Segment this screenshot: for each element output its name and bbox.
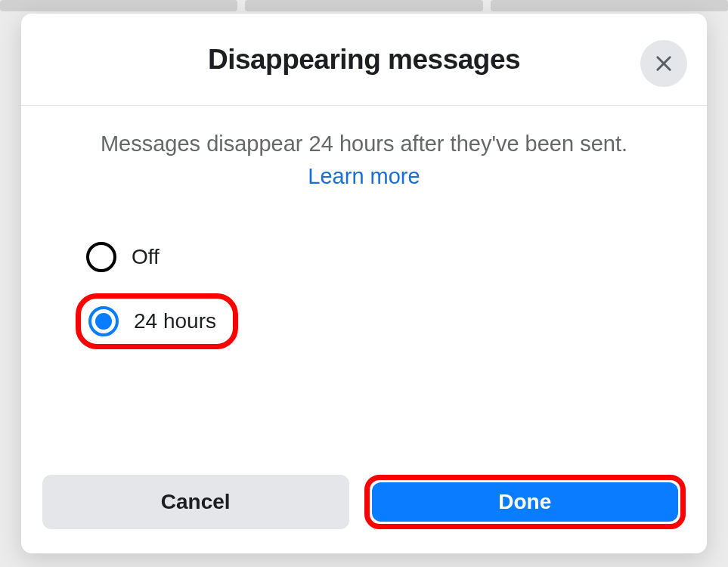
- done-button[interactable]: Done: [372, 482, 679, 522]
- learn-more-link[interactable]: Learn more: [51, 164, 677, 189]
- close-button[interactable]: [640, 40, 687, 87]
- radio-option-off[interactable]: Off: [76, 233, 176, 281]
- cancel-button[interactable]: Cancel: [42, 475, 349, 529]
- modal-footer: Cancel Done: [21, 457, 707, 553]
- radio-label-24-hours: 24 hours: [134, 309, 216, 333]
- radio-icon: [86, 242, 116, 272]
- done-button-highlight: Done: [364, 475, 686, 529]
- disappearing-messages-modal: Disappearing messages Messages disappear…: [21, 14, 707, 553]
- radio-options-group: Off 24 hours: [51, 233, 677, 361]
- radio-label-off: Off: [132, 245, 160, 269]
- close-icon: [653, 53, 674, 74]
- modal-title: Disappearing messages: [208, 44, 520, 76]
- modal-body: Messages disappear 24 hours after they'v…: [21, 106, 707, 457]
- radio-option-24-hours[interactable]: 24 hours: [76, 293, 238, 349]
- radio-icon: [88, 306, 119, 336]
- modal-header: Disappearing messages: [21, 14, 707, 106]
- description-text: Messages disappear 24 hours after they'v…: [51, 129, 677, 160]
